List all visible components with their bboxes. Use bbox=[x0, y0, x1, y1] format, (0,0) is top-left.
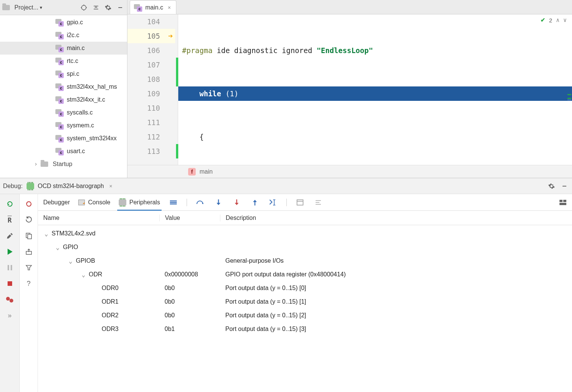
tree-row[interactable]: ⌄STM32L4x2.svd bbox=[38, 227, 572, 240]
collapse-icon[interactable]: ⌄ bbox=[43, 230, 49, 237]
inspection-widget[interactable]: ✔ 2 ∧ ∨ bbox=[541, 17, 567, 24]
file-row[interactable]: spi.c bbox=[0, 67, 127, 80]
tree-row[interactable]: ODR1 0b0 Port output data (y = 0..15) [1… bbox=[38, 295, 572, 309]
debug-panel: Debug: OCD stm32l4-barograph × R bbox=[0, 178, 572, 392]
error-stripe[interactable] bbox=[567, 14, 572, 165]
peripherals-header: Name Value Description bbox=[38, 211, 572, 225]
refresh-button[interactable] bbox=[24, 215, 34, 225]
header-value[interactable]: Value bbox=[159, 215, 220, 221]
svg-marker-25 bbox=[217, 203, 220, 205]
next-problem-button[interactable]: ∨ bbox=[563, 17, 567, 24]
filter-button[interactable] bbox=[24, 262, 34, 273]
tree-row[interactable]: ODR0 0b0 Port output data (y = 0..15) [0… bbox=[38, 281, 572, 295]
collapse-icon[interactable]: ⌄ bbox=[80, 271, 86, 278]
project-sidebar: Project...▾ gpio.ci2c.cmain.crtc.cspi.cs… bbox=[0, 0, 127, 178]
project-title[interactable]: Project...▾ bbox=[14, 4, 43, 11]
tree-row[interactable]: ⌄ODR 0x00000008 GPIO port output data re… bbox=[38, 268, 572, 281]
svg-marker-27 bbox=[235, 203, 239, 205]
tab-main-c[interactable]: main.c × bbox=[130, 0, 176, 14]
tab-peripherals[interactable]: Peripherals bbox=[119, 194, 160, 210]
debug-config-name[interactable]: OCD stm32l4-barograph bbox=[38, 183, 104, 190]
layout-button[interactable] bbox=[559, 199, 567, 205]
token: ide diagnostic ignored bbox=[212, 46, 317, 55]
file-row[interactable]: stm32l4xx_hal_ms bbox=[0, 80, 127, 93]
tab-debugger[interactable]: Debugger bbox=[43, 194, 70, 210]
svg-rect-11 bbox=[11, 265, 12, 270]
close-icon[interactable]: × bbox=[108, 183, 114, 189]
tree-row[interactable]: ODR2 0b0 Port output data (y = 0..15) [2… bbox=[38, 309, 572, 322]
copy-button[interactable] bbox=[24, 230, 34, 241]
code-text[interactable]: #pragma ide diagnostic ignored "EndlessL… bbox=[178, 14, 572, 165]
prev-problem-button[interactable]: ∧ bbox=[556, 17, 559, 24]
minimize-button[interactable] bbox=[560, 182, 569, 191]
header-name[interactable]: Name bbox=[38, 215, 159, 221]
reset-button[interactable]: R bbox=[5, 215, 15, 225]
locate-button[interactable] bbox=[79, 3, 88, 12]
file-row[interactable]: gpio.c bbox=[0, 16, 127, 29]
line-number: 105 bbox=[147, 32, 160, 40]
c-file-icon bbox=[55, 96, 64, 103]
c-file-icon bbox=[55, 32, 64, 39]
code-area[interactable]: 104 105➔ 106 107 108 109 110 111 112 113… bbox=[127, 14, 572, 165]
tab-label: Debugger bbox=[43, 199, 70, 206]
file-row[interactable]: sysmem.c bbox=[0, 119, 127, 132]
file-row[interactable]: stm32l4xx_it.c bbox=[0, 93, 127, 106]
debug-settings-button[interactable] bbox=[547, 182, 556, 191]
folder-row[interactable]: ›Startup bbox=[0, 158, 127, 171]
project-header: Project...▾ bbox=[0, 0, 127, 15]
node-name: GPIOB bbox=[76, 257, 95, 264]
trace-button[interactable] bbox=[313, 198, 323, 207]
c-file-icon bbox=[55, 148, 64, 155]
evaluate-button[interactable] bbox=[295, 198, 305, 207]
breadcrumb-function[interactable]: main bbox=[200, 168, 213, 175]
collapse-all-button[interactable] bbox=[91, 3, 101, 12]
modify-button[interactable] bbox=[5, 230, 15, 241]
tree-row[interactable]: ODR3 0b1 Port output data (y = 0..15) [3… bbox=[38, 322, 572, 336]
show-frames-button[interactable] bbox=[168, 198, 178, 207]
c-file-icon bbox=[55, 71, 64, 77]
step-over-button[interactable] bbox=[195, 198, 205, 207]
breadcrumb-bar: f main bbox=[127, 165, 572, 178]
file-name: stm32l4xx_it.c bbox=[67, 96, 105, 103]
svg-rect-39 bbox=[563, 200, 566, 202]
expand-icon[interactable]: › bbox=[34, 161, 38, 168]
header-description[interactable]: Description bbox=[220, 215, 572, 221]
tree-row[interactable]: ⌄GPIO bbox=[38, 240, 572, 254]
file-row[interactable]: rtc.c bbox=[0, 55, 127, 67]
collapse-icon[interactable]: ⌄ bbox=[55, 244, 61, 251]
resume-button[interactable] bbox=[5, 246, 15, 257]
tree-row[interactable]: ⌄GPIOB General-purpose I/Os bbox=[38, 254, 572, 268]
collapse-icon[interactable]: ⌄ bbox=[68, 257, 74, 265]
separator bbox=[286, 199, 287, 206]
help-button[interactable]: ? bbox=[24, 278, 34, 289]
file-row[interactable]: syscalls.c bbox=[0, 106, 127, 119]
step-out-button[interactable] bbox=[250, 198, 260, 207]
close-icon[interactable]: × bbox=[166, 5, 172, 11]
settings-button[interactable] bbox=[104, 3, 113, 12]
svg-marker-18 bbox=[26, 265, 31, 270]
export-button[interactable] bbox=[24, 246, 34, 257]
c-file-icon bbox=[55, 19, 64, 26]
file-row[interactable]: i2c.c bbox=[0, 29, 127, 42]
step-into-button[interactable] bbox=[214, 198, 223, 207]
file-name: syscalls.c bbox=[67, 109, 93, 116]
debug-header: Debug: OCD stm32l4-barograph × bbox=[0, 178, 572, 194]
run-to-cursor-button[interactable] bbox=[268, 198, 278, 207]
more-button[interactable]: » bbox=[5, 310, 15, 321]
file-row[interactable]: usart.c bbox=[0, 145, 127, 158]
file-row[interactable]: system_stm32l4xx bbox=[0, 132, 127, 145]
pause-button[interactable] bbox=[5, 262, 15, 273]
tab-label: Peripherals bbox=[129, 199, 160, 206]
breakpoints-button[interactable] bbox=[5, 294, 15, 305]
c-file-icon bbox=[55, 58, 64, 64]
line-number: 113 bbox=[147, 147, 160, 155]
force-step-into-button[interactable] bbox=[232, 198, 242, 207]
tab-console[interactable]: Console bbox=[78, 194, 110, 210]
update-button[interactable] bbox=[24, 199, 34, 209]
minimize-button[interactable] bbox=[116, 3, 125, 12]
file-name: spi.c bbox=[67, 71, 79, 77]
stop-button[interactable] bbox=[5, 278, 15, 289]
rerun-button[interactable] bbox=[5, 199, 15, 209]
file-row[interactable]: main.c bbox=[0, 42, 127, 55]
file-name: i2c.c bbox=[67, 32, 79, 39]
